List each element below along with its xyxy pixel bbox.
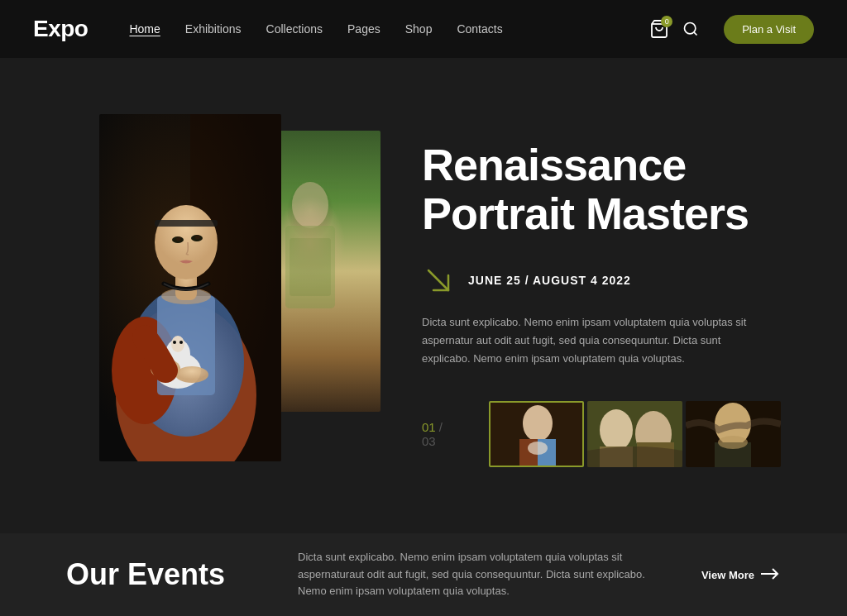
portrait-svg	[99, 114, 281, 461]
svg-point-44	[718, 436, 748, 449]
svg-rect-15	[155, 220, 218, 227]
svg-point-19	[195, 235, 200, 239]
svg-point-31	[523, 405, 553, 442]
hero-description: Dicta sunt explicabo. Nemo enim ipsam vo…	[422, 313, 769, 368]
thumbnail-1[interactable]	[489, 401, 584, 467]
events-section: Our Events Dicta sunt explicabo. Nemo en…	[0, 533, 847, 616]
hero-date: JUNE 25 / AUGUST 4 2022	[468, 274, 631, 287]
svg-point-24	[179, 341, 183, 344]
thumbnail-2[interactable]	[587, 401, 682, 467]
svg-point-1	[685, 23, 696, 34]
date-row: JUNE 25 / AUGUST 4 2022	[422, 264, 781, 297]
slide-thumbnails	[489, 401, 781, 467]
painting-main	[99, 114, 281, 461]
main-nav: Home Exhibitions Collections Pages Shop …	[129, 22, 649, 36]
svg-point-34	[528, 442, 548, 455]
events-title: Our Events	[66, 557, 248, 592]
cart-icon[interactable]: 0	[649, 19, 669, 39]
plan-visit-button[interactable]: Plan a Visit	[724, 15, 814, 44]
thumbnail-3[interactable]	[686, 401, 781, 467]
site-logo[interactable]: Expo	[33, 16, 88, 42]
hero-paintings	[99, 114, 356, 478]
hero-bottom: 01 / 03	[422, 401, 781, 467]
arrow-icon	[422, 264, 455, 297]
hero-content: Renaissance Portrait Masters JUNE 25 / A…	[422, 124, 781, 467]
svg-point-26	[175, 366, 208, 383]
hero-title: Renaissance Portrait Masters	[422, 141, 781, 239]
nav-pages[interactable]: Pages	[347, 22, 380, 36]
nav-collections[interactable]: Collections	[266, 22, 323, 36]
nav-home[interactable]: Home	[129, 22, 160, 36]
svg-point-14	[155, 205, 218, 279]
view-more-button[interactable]: View More	[701, 568, 781, 582]
nav-contacts[interactable]: Contacts	[457, 22, 502, 36]
site-header: Expo Home Exhibitions Collections Pages …	[0, 0, 847, 58]
svg-point-23	[173, 341, 176, 344]
svg-point-18	[176, 236, 181, 241]
nav-shop[interactable]: Shop	[405, 22, 433, 36]
svg-point-37	[600, 409, 633, 451]
events-description: Dicta sunt explicabo. Nemo enim ipsam vo…	[298, 549, 652, 600]
nav-exhibitions[interactable]: Exhibitions	[185, 22, 242, 36]
svg-point-22	[171, 336, 184, 352]
header-icons: 0	[649, 19, 699, 39]
svg-rect-5	[290, 238, 331, 296]
search-icon[interactable]	[682, 21, 699, 37]
svg-point-3	[292, 182, 328, 228]
svg-line-27	[428, 270, 448, 290]
cart-badge: 0	[661, 16, 672, 27]
hero-section: Renaissance Portrait Masters JUNE 25 / A…	[0, 58, 847, 533]
view-more-arrow-icon	[761, 568, 781, 582]
slide-counter: 01 / 03	[422, 420, 456, 448]
